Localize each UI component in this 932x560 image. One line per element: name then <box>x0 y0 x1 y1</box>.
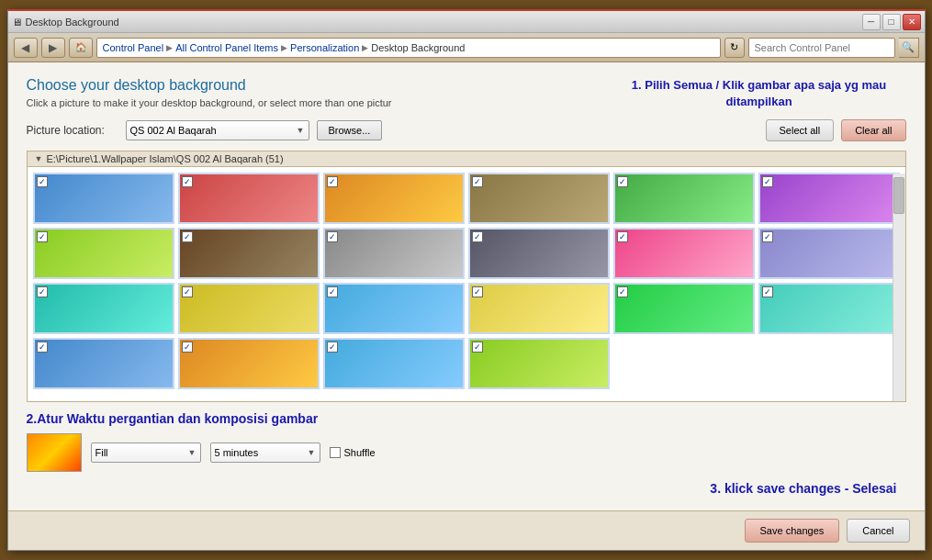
list-item[interactable]: ✓ <box>33 173 174 224</box>
thumb-image <box>35 230 173 279</box>
shuffle-row: Shuffle <box>330 447 376 458</box>
title-bar-left: 🖥 Desktop Background <box>12 17 119 28</box>
search-input[interactable] <box>755 42 889 53</box>
list-item[interactable]: ✓ <box>178 173 320 224</box>
thumb-checkbox[interactable]: ✓ <box>37 342 48 353</box>
list-item[interactable]: ✓ <box>468 173 610 224</box>
thumb-image <box>35 340 173 389</box>
scrollbar-thumb[interactable] <box>893 177 904 214</box>
select-all-button[interactable]: Select all <box>766 119 835 141</box>
fit-value: Fill <box>95 447 108 458</box>
thumb-image <box>35 285 173 334</box>
fit-select[interactable]: Fill ▼ <box>91 442 201 463</box>
title-bar-controls: ─ □ ✕ <box>862 14 921 30</box>
list-item[interactable]: ✓ <box>323 338 465 389</box>
list-item[interactable]: ✓ <box>33 283 174 334</box>
breadcrumb-sep-2: ▶ <box>281 43 287 52</box>
list-item[interactable]: ✓ <box>323 173 465 224</box>
minimize-button[interactable]: ─ <box>862 14 881 30</box>
thumb-checkbox[interactable]: ✓ <box>182 231 193 242</box>
picture-location-arrow: ▼ <box>297 126 305 135</box>
scrollbar[interactable] <box>893 174 905 401</box>
breadcrumb-control-panel[interactable]: Control Panel <box>103 42 164 53</box>
thumb-checkbox[interactable]: ✓ <box>182 286 193 297</box>
annotation-3: 3. klick save changes - Selesai <box>27 481 906 496</box>
list-item[interactable]: ✓ <box>33 228 174 279</box>
list-item[interactable]: ✓ <box>468 338 610 389</box>
list-item[interactable]: ✓ <box>613 228 755 279</box>
search-button[interactable]: 🔍 <box>899 38 919 58</box>
thumb-checkbox[interactable]: ✓ <box>182 176 193 187</box>
thumb-image <box>615 230 753 279</box>
list-item[interactable]: ✓ <box>613 283 755 334</box>
thumb-image <box>760 174 898 224</box>
list-item[interactable]: ✓ <box>323 228 465 279</box>
thumb-checkbox[interactable]: ✓ <box>762 231 773 242</box>
thumb-checkbox[interactable]: ✓ <box>37 176 48 187</box>
picture-location-select[interactable]: QS 002 Al Baqarah ▼ <box>126 120 309 140</box>
maximize-button[interactable]: □ <box>882 14 901 30</box>
time-select[interactable]: 5 minutes ▼ <box>210 442 320 463</box>
thumb-checkbox[interactable]: ✓ <box>182 342 193 353</box>
list-item[interactable]: ✓ <box>178 283 320 334</box>
thumb-checkbox[interactable]: ✓ <box>327 342 338 353</box>
shuffle-label: Shuffle <box>344 447 376 458</box>
thumb-checkbox[interactable]: ✓ <box>472 176 483 187</box>
time-value: 5 minutes <box>215 447 259 458</box>
browse-button[interactable]: Browse... <box>317 120 383 140</box>
breadcrumb-sep-3: ▶ <box>362 43 368 52</box>
time-select-arrow: ▼ <box>308 448 316 457</box>
thumb-image <box>35 174 173 224</box>
list-item[interactable]: ✓ <box>33 338 174 389</box>
picture-location-value: QS 002 Al Baqarah <box>130 125 217 136</box>
thumb-image <box>180 230 318 279</box>
thumb-checkbox[interactable]: ✓ <box>37 231 48 242</box>
page-subtitle: Click a picture to make it your desktop … <box>27 97 392 108</box>
thumb-checkbox[interactable]: ✓ <box>472 231 483 242</box>
thumb-checkbox[interactable]: ✓ <box>617 176 628 187</box>
back-button[interactable]: ◀ <box>14 38 38 58</box>
home-button[interactable]: 🏠 <box>69 38 93 58</box>
list-item[interactable]: ✓ <box>468 228 610 279</box>
thumb-checkbox[interactable]: ✓ <box>617 231 628 242</box>
left-header: Choose your desktop background Click a p… <box>27 77 392 108</box>
refresh-button[interactable]: ↻ <box>724 38 745 58</box>
thumb-checkbox[interactable]: ✓ <box>37 286 48 297</box>
title-bar: 🖥 Desktop Background ─ □ ✕ <box>8 11 925 33</box>
bottom-section: 2.Atur Waktu pergantian dan komposisi ga… <box>27 411 906 472</box>
breadcrumb-personalization[interactable]: Personalization <box>290 42 359 53</box>
list-item[interactable]: ✓ <box>468 283 610 334</box>
close-button[interactable]: ✕ <box>903 14 921 30</box>
thumb-checkbox[interactable]: ✓ <box>327 176 338 187</box>
controls-row: Picture location: QS 002 Al Baqarah ▼ Br… <box>27 119 906 141</box>
breadcrumb-all-items[interactable]: All Control Panel Items <box>175 42 278 53</box>
thumb-checkbox[interactable]: ✓ <box>327 231 338 242</box>
thumb-checkbox[interactable]: ✓ <box>762 176 773 187</box>
thumb-checkbox[interactable]: ✓ <box>472 342 483 353</box>
list-item[interactable]: ✓ <box>323 283 465 334</box>
breadcrumb-bar: Control Panel ▶ All Control Panel Items … <box>96 38 721 58</box>
thumb-image <box>180 285 318 334</box>
list-item[interactable]: ✓ <box>178 338 320 389</box>
list-item[interactable]: ✓ <box>758 173 900 224</box>
save-changes-button[interactable]: Save changes <box>745 519 840 543</box>
cancel-button[interactable]: Cancel <box>847 519 909 543</box>
image-grid-container: ▼ E:\Picture\1.Wallpaper Islam\QS 002 Al… <box>27 151 906 402</box>
thumb-checkbox[interactable]: ✓ <box>617 286 628 297</box>
list-item[interactable]: ✓ <box>758 283 900 334</box>
list-item[interactable]: ✓ <box>613 173 755 224</box>
thumb-checkbox[interactable]: ✓ <box>327 286 338 297</box>
list-item[interactable]: ✓ <box>758 228 900 279</box>
window-title: Desktop Background <box>26 17 119 28</box>
fit-select-arrow: ▼ <box>188 448 197 457</box>
thumb-checkbox[interactable]: ✓ <box>472 286 483 297</box>
annotation-2: 2.Atur Waktu pergantian dan komposisi ga… <box>27 411 906 426</box>
thumb-image <box>180 340 318 389</box>
list-item[interactable]: ✓ <box>178 228 320 279</box>
clear-all-button[interactable]: Clear all <box>841 119 905 141</box>
thumb-checkbox[interactable]: ✓ <box>762 286 773 297</box>
shuffle-checkbox[interactable] <box>330 447 341 458</box>
thumb-image <box>325 230 463 279</box>
forward-button[interactable]: ▶ <box>41 38 65 58</box>
address-bar: ◀ ▶ 🏠 Control Panel ▶ All Control Panel … <box>8 33 925 62</box>
